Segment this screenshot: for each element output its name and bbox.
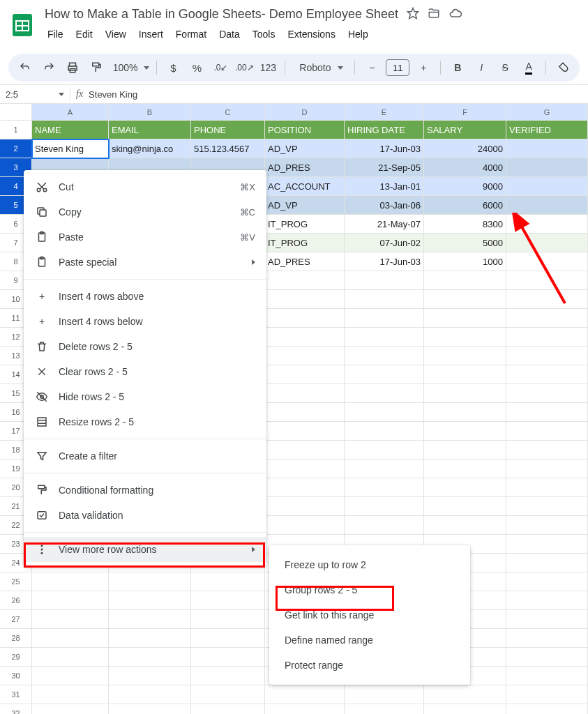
cell[interactable] <box>345 685 424 704</box>
cell[interactable] <box>424 271 506 290</box>
cell[interactable]: AC_ACCOUNT <box>265 177 345 196</box>
cloud-status-icon[interactable] <box>448 6 462 22</box>
ctx-copy[interactable]: Copy⌘C <box>24 199 266 225</box>
row-header[interactable]: 31 <box>0 685 32 704</box>
cell[interactable]: AD_PRES <box>265 252 345 271</box>
percent-button[interactable]: % <box>188 58 207 77</box>
cell[interactable] <box>265 328 345 347</box>
column-header[interactable]: D <box>265 104 345 121</box>
cell[interactable] <box>109 572 191 591</box>
row-header[interactable]: 30 <box>0 667 32 685</box>
menu-tools[interactable]: Tools <box>247 26 281 43</box>
cell[interactable]: 4000 <box>424 158 506 177</box>
cell[interactable] <box>506 441 588 459</box>
menu-file[interactable]: File <box>42 26 69 43</box>
cell[interactable] <box>506 685 588 704</box>
cell[interactable] <box>109 610 191 629</box>
cell[interactable]: AD_VP <box>265 196 345 215</box>
cell[interactable] <box>506 196 588 215</box>
increase-font-size-button[interactable]: + <box>414 58 433 77</box>
ctx-data-validation[interactable]: Data validation <box>24 503 266 528</box>
cell[interactable] <box>506 384 588 403</box>
column-header[interactable]: G <box>506 104 588 121</box>
cell[interactable] <box>265 290 345 309</box>
cell[interactable] <box>424 365 506 384</box>
cell[interactable] <box>506 478 588 497</box>
font-dropdown[interactable]: Roboto <box>292 62 347 73</box>
star-icon[interactable] <box>407 7 419 22</box>
cell[interactable] <box>345 478 424 497</box>
cell[interactable] <box>506 422 588 441</box>
row-header[interactable]: 1 <box>0 121 32 139</box>
cell[interactable] <box>265 271 345 290</box>
decrease-decimal-button[interactable]: .0↙ <box>211 58 230 77</box>
cell[interactable] <box>424 516 506 535</box>
cell[interactable]: HIRING DATE <box>345 121 424 139</box>
cell[interactable] <box>506 290 588 309</box>
cell[interactable]: 5000 <box>424 234 506 252</box>
document-title[interactable]: How to Make a Table in Google Sheets- De… <box>42 6 401 23</box>
undo-button[interactable] <box>15 58 35 77</box>
ctx-delete-rows[interactable]: Delete rows 2 - 5 <box>24 334 266 359</box>
cell[interactable] <box>506 234 588 252</box>
cell[interactable]: 515.123.4567 <box>191 139 265 158</box>
cell[interactable]: 13-Jan-01 <box>345 177 424 196</box>
cell[interactable] <box>109 704 191 714</box>
menu-insert[interactable]: Insert <box>133 26 169 43</box>
cell[interactable]: EMAIL <box>109 121 191 139</box>
cell[interactable] <box>424 422 506 441</box>
cell[interactable]: 9000 <box>424 177 506 196</box>
cell[interactable] <box>506 328 588 347</box>
cell[interactable] <box>265 459 345 478</box>
cell[interactable]: sking@ninja.co <box>109 139 191 158</box>
cell[interactable] <box>265 422 345 441</box>
print-button[interactable] <box>63 58 82 77</box>
currency-button[interactable]: $ <box>164 58 183 77</box>
cell[interactable] <box>345 516 424 535</box>
cell[interactable]: 6000 <box>424 196 506 215</box>
formula-input[interactable]: Steven King <box>89 89 137 100</box>
cell[interactable] <box>191 591 265 610</box>
cell[interactable] <box>424 459 506 478</box>
cell[interactable] <box>506 347 588 365</box>
cell[interactable] <box>345 497 424 516</box>
ctx-create-filter[interactable]: Create a filter <box>24 443 266 469</box>
cell[interactable]: 1000 <box>424 252 506 271</box>
row-header[interactable]: 32 <box>0 704 32 714</box>
cell[interactable] <box>345 365 424 384</box>
cell[interactable] <box>424 704 506 714</box>
menu-edit[interactable]: Edit <box>70 26 98 43</box>
italic-button[interactable]: I <box>472 58 491 77</box>
cell[interactable] <box>345 328 424 347</box>
menu-view[interactable]: View <box>100 26 132 43</box>
cell[interactable] <box>32 629 109 648</box>
menu-help[interactable]: Help <box>342 26 374 43</box>
cell[interactable]: 21-Sep-05 <box>345 158 424 177</box>
column-header[interactable]: A <box>32 104 109 121</box>
cell[interactable] <box>506 365 588 384</box>
cell[interactable] <box>424 309 506 328</box>
cell[interactable]: 07-Jun-02 <box>345 234 424 252</box>
cell[interactable] <box>191 685 265 704</box>
cell[interactable] <box>109 685 191 704</box>
cell[interactable] <box>345 441 424 459</box>
cell[interactable] <box>424 478 506 497</box>
cell[interactable] <box>345 459 424 478</box>
menu-data[interactable]: Data <box>213 26 246 43</box>
cell[interactable] <box>345 384 424 403</box>
cell[interactable] <box>345 290 424 309</box>
cell[interactable]: IT_PROG <box>265 234 345 252</box>
cell[interactable] <box>345 347 424 365</box>
cell[interactable] <box>32 704 109 714</box>
cell[interactable] <box>506 215 588 234</box>
cell[interactable] <box>506 309 588 328</box>
cell[interactable] <box>265 516 345 535</box>
ctx-hide-rows[interactable]: Hide rows 2 - 5 <box>24 384 266 409</box>
cell[interactable] <box>265 478 345 497</box>
fill-color-button[interactable] <box>553 58 573 77</box>
cell[interactable] <box>424 328 506 347</box>
cell[interactable] <box>506 554 588 572</box>
cell[interactable] <box>506 629 588 648</box>
row-header[interactable]: 26 <box>0 591 32 610</box>
column-header[interactable]: E <box>345 104 424 121</box>
